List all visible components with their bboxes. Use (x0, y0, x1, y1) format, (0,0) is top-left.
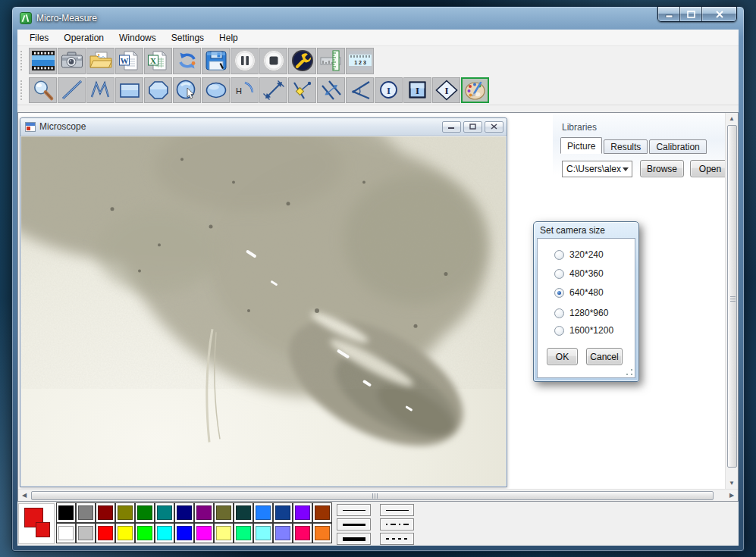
menu-settings[interactable]: Settings (164, 30, 212, 45)
scale-button[interactable]: 1 2 3 (346, 48, 374, 74)
palette-color[interactable] (155, 502, 174, 523)
microscope-titlebar[interactable]: Microscope (20, 118, 507, 136)
horizontal-scroll-thumb[interactable] (31, 491, 714, 500)
video-button[interactable] (29, 48, 57, 74)
radio-icon[interactable] (554, 308, 564, 318)
pause-button[interactable] (231, 48, 259, 74)
polygon-tool-button[interactable] (144, 77, 172, 103)
palette-color[interactable] (56, 502, 76, 523)
line-width-medium-button[interactable] (337, 518, 371, 530)
horizontal-scrollbar[interactable]: ◀ ▶ (18, 489, 738, 501)
scroll-up-arrow[interactable]: ▲ (726, 113, 738, 124)
radio-icon[interactable] (554, 288, 564, 298)
palette-color[interactable] (273, 502, 293, 523)
settings-button[interactable] (288, 48, 316, 74)
palette-color[interactable] (312, 523, 332, 543)
ellipse-tool-button[interactable] (202, 77, 230, 103)
open-image-button[interactable] (86, 48, 114, 74)
palette-color[interactable] (234, 523, 253, 543)
dialog-title[interactable]: Set camera size (534, 222, 638, 237)
title-bar[interactable]: Micro-Measure (12, 7, 744, 30)
menu-operation[interactable]: Operation (56, 30, 111, 45)
palette-color[interactable] (253, 523, 273, 543)
save-button[interactable] (202, 48, 230, 74)
refresh-button[interactable] (173, 48, 201, 74)
menu-windows[interactable]: Windows (111, 30, 164, 45)
child-restore-button[interactable] (463, 121, 482, 133)
close-button[interactable] (702, 7, 736, 21)
palette-color[interactable] (135, 523, 155, 543)
export-word-button[interactable]: W (115, 48, 143, 74)
palette-color[interactable] (234, 502, 253, 523)
browse-button[interactable]: Browse (640, 160, 684, 177)
minimize-button[interactable] (658, 7, 680, 21)
line-style-solid-button[interactable] (380, 504, 414, 516)
tab-picture[interactable]: Picture (560, 137, 602, 154)
scroll-right-arrow[interactable]: ▶ (726, 490, 738, 501)
palette-color[interactable] (194, 523, 214, 543)
arc-tool-button[interactable]: H (231, 77, 259, 103)
child-close-button[interactable] (485, 121, 503, 133)
line-style-dashdot-button[interactable] (380, 518, 414, 530)
menu-help[interactable]: Help (212, 30, 246, 45)
maximize-button[interactable] (680, 7, 702, 21)
calibration-button[interactable] (317, 48, 345, 74)
zoom-tool-button[interactable] (29, 77, 57, 103)
radio-icon[interactable] (554, 269, 564, 279)
camera-size-option-1280x960[interactable]: 1280*960 (554, 308, 608, 318)
child-minimize-button[interactable] (442, 121, 461, 133)
line-width-thick-button[interactable] (337, 533, 371, 545)
circle-label-tool-button[interactable]: I (375, 77, 403, 103)
palette-color[interactable] (56, 523, 76, 543)
radio-icon[interactable] (554, 326, 564, 336)
camera-size-option-480x360[interactable]: 480*360 (554, 268, 604, 279)
scroll-left-arrow[interactable]: ◀ (18, 490, 30, 501)
vertical-scrollbar[interactable]: ▲ ▼ (725, 113, 738, 489)
point-line-tool-button[interactable] (288, 77, 316, 103)
stop-button[interactable] (259, 48, 287, 74)
export-excel-button[interactable]: X (144, 48, 172, 74)
palette-color[interactable] (194, 502, 214, 523)
palette-color[interactable] (96, 502, 115, 523)
menu-files[interactable]: Files (22, 30, 56, 45)
parallel-tool-button[interactable] (317, 77, 345, 103)
palette-color[interactable] (76, 523, 96, 543)
cancel-button[interactable]: Cancel (586, 348, 623, 365)
camera-size-option-1600x1200[interactable]: 1600*1200 (554, 325, 613, 336)
camera-size-option-640x480[interactable]: 640*480 (554, 287, 604, 298)
resize-grip[interactable] (626, 368, 633, 376)
palette-color[interactable] (115, 523, 135, 543)
snapshot-button[interactable] (58, 48, 86, 74)
open-button[interactable]: Open (690, 160, 725, 177)
palette-color[interactable] (174, 523, 194, 543)
tab-results[interactable]: Results (604, 139, 648, 154)
current-color-indicator[interactable] (18, 503, 55, 544)
diamond-label-tool-button[interactable]: I (432, 77, 460, 103)
angle-tool-button[interactable] (346, 77, 374, 103)
circle-tool-button[interactable] (173, 77, 201, 103)
line-style-dashed-button[interactable] (380, 533, 414, 545)
palette-color[interactable] (155, 523, 174, 543)
radio-icon[interactable] (554, 250, 564, 260)
camera-size-option-320x240[interactable]: 320*240 (554, 249, 604, 260)
distance-tool-button[interactable] (259, 77, 287, 103)
ok-button[interactable]: OK (547, 348, 578, 365)
tab-calibration[interactable]: Calibration (649, 139, 706, 154)
palette-color[interactable] (214, 502, 234, 523)
palette-color[interactable] (293, 502, 312, 523)
polyline-tool-button[interactable] (86, 77, 114, 103)
palette-color[interactable] (96, 523, 115, 543)
line-tool-button[interactable] (58, 77, 86, 103)
vertical-scroll-thumb[interactable] (727, 125, 737, 468)
palette-color[interactable] (115, 502, 135, 523)
palette-color[interactable] (135, 502, 155, 523)
palette-color[interactable] (76, 502, 96, 523)
rectangle-tool-button[interactable] (115, 77, 143, 103)
palette-color[interactable] (214, 523, 234, 543)
scroll-down-arrow[interactable]: ▼ (726, 477, 738, 489)
path-combobox[interactable]: C:\Users\alex (562, 161, 632, 177)
palette-color[interactable] (293, 523, 312, 543)
line-width-thin-button[interactable] (337, 504, 371, 516)
palette-color[interactable] (273, 523, 293, 543)
palette-color[interactable] (174, 502, 194, 523)
